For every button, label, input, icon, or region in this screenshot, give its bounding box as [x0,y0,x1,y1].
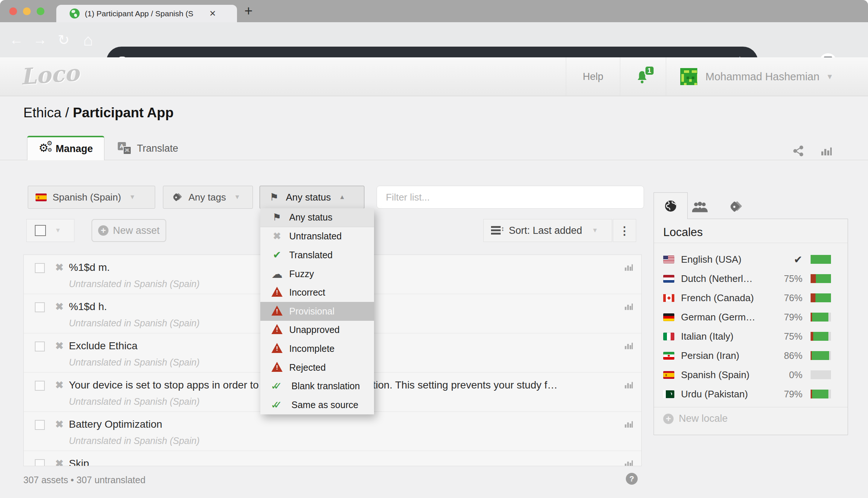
stats-icon[interactable] [820,145,832,157]
progress-bar [811,313,831,322]
new-locale-button[interactable]: + New locale [663,413,728,424]
row-checkbox[interactable] [35,420,45,430]
untranslated-cross-icon: ✖ [55,340,64,352]
forward-icon[interactable]: → [29,22,51,57]
close-window-button[interactable] [9,7,17,15]
status-filter-dropdown[interactable]: ⚑ Any status ▲ [260,186,364,209]
asset-title[interactable]: Battery Optimization [69,418,610,430]
menu-item-blank-translation[interactable]: ✓✓ Blank translation [260,377,374,396]
browser-tab[interactable]: (1) Participant App / Spanish (S ✕ [56,5,237,22]
locale-row[interactable]: French (Canada) 76% [654,288,848,307]
usa-flag-icon [663,256,674,263]
reload-icon[interactable]: ↻ [53,22,75,57]
locale-percent: 79% [774,312,802,323]
tab-close-icon[interactable]: ✕ [209,9,216,18]
status-filter-menu: ⚑ Any status ✖ Untranslated ✔ Translated… [260,208,374,414]
pakistan-flag-icon [663,390,674,398]
home-icon[interactable]: ⌂ [77,22,99,57]
row-stats-icon[interactable] [624,380,633,390]
divider [654,407,848,407]
plus-icon: + [98,225,108,236]
locale-row[interactable]: German (Germ… 79% [654,307,848,327]
menu-item-untranslated[interactable]: ✖ Untranslated [260,227,374,246]
untranslated-cross-icon: ✖ [55,301,64,313]
share-icon[interactable] [792,145,804,157]
user-menu[interactable]: Mohammad Hashemian ▼ [666,57,868,96]
menu-item-provisional[interactable]: Provisional [260,302,374,321]
warning-icon [271,324,283,336]
help-menu[interactable]: Help [566,57,620,96]
progress-bar [811,255,831,264]
sidebar-tab-locales[interactable] [654,192,688,219]
row-stats-icon[interactable] [624,302,633,311]
tags-filter-label: Any tags [188,192,226,203]
locale-row[interactable]: Italian (Italy) 75% [654,327,848,346]
sidebar-tab-people-icon[interactable] [691,200,709,215]
select-all-checkbox[interactable] [35,225,46,236]
asset-subtitle: Untranslated in Spanish (Spain) [69,279,200,289]
tab-translate[interactable]: AЖ Translate [108,137,188,160]
tab-manage[interactable]: ⚙⚙⚙ Manage [27,136,104,160]
zoom-window-button[interactable] [37,7,44,15]
menu-item-translated[interactable]: ✔ Translated [260,246,374,265]
menu-item-same-as-source[interactable]: ✓✓ Same as source [260,396,374,414]
locale-filter-dropdown[interactable]: Spanish (Spain) ▼ [28,186,155,209]
row-stats-icon[interactable] [624,341,633,350]
user-menu-caret-icon: ▼ [826,73,834,81]
cross-icon: ✖ [271,231,283,242]
row-stats-icon[interactable] [624,262,633,272]
row-checkbox[interactable] [35,459,45,466]
row-checkbox[interactable] [35,263,45,273]
row-checkbox[interactable] [35,381,45,391]
chevron-down-icon: ▼ [592,227,598,234]
asset-row[interactable]: ✖ Skip Untranslated in Spanish (Spain) [24,451,641,466]
breadcrumb-project[interactable]: Ethica / [23,105,73,120]
menu-item-incorrect[interactable]: Incorrect [260,283,374,302]
sort-dropdown[interactable]: Sort: Last added ▼ [483,219,612,242]
back-icon[interactable]: ← [5,22,27,57]
help-question-icon[interactable]: ? [626,473,638,485]
complete-check-icon: ✔ [774,253,802,266]
italy-flag-icon [663,333,674,340]
minimize-window-button[interactable] [23,7,31,15]
loco-logo[interactable]: Loco [20,60,80,90]
locale-percent: 86% [774,350,802,361]
menu-item-any-status[interactable]: ⚑ Any status [260,208,374,227]
filter-list-input[interactable] [377,186,644,209]
asset-count-summary: 307 assets • 307 untranslated [23,475,146,485]
row-stats-icon[interactable] [624,458,633,466]
divider [654,243,848,243]
menu-item-incomplete[interactable]: Incomplete [260,339,374,358]
notification-badge: 1 [644,65,655,76]
iran-flag-icon [663,352,674,360]
notifications-button[interactable]: 1 [620,57,666,96]
warning-icon [271,362,283,373]
tags-filter-dropdown[interactable]: Any tags ▼ [163,186,253,209]
locale-row[interactable]: Persian (Iran) 86% [654,346,848,365]
locale-row[interactable]: Dutch (Netherl… 75% [654,269,848,288]
asset-subtitle: Untranslated in Spanish (Spain) [69,318,200,329]
locale-row[interactable]: Spanish (Spain) 0% [654,365,848,384]
menu-item-rejected[interactable]: Rejected [260,358,374,377]
tag-icon [171,192,183,203]
germany-flag-icon [663,313,674,321]
asset-row[interactable]: ✖ Battery Optimization Untranslated in S… [24,412,641,451]
user-avatar [680,68,697,85]
new-asset-button[interactable]: + New asset [91,219,166,242]
asset-title[interactable]: Skip [69,458,610,466]
row-checkbox[interactable] [35,302,45,312]
list-options-kebab-button[interactable]: ⋮ [613,219,636,242]
row-checkbox[interactable] [35,341,45,351]
locale-row[interactable]: Urdu (Pakistan) 79% [654,384,848,404]
select-all-dropdown[interactable]: ▼ [26,219,74,242]
chevron-down-icon: ▼ [234,194,240,201]
menu-item-fuzzy[interactable]: ☁ Fuzzy [260,265,374,283]
canada-flag-icon [663,294,674,302]
new-tab-button[interactable]: + [244,3,253,19]
menu-item-unapproved[interactable]: Unapproved [260,321,374,340]
globe-icon [664,199,677,213]
locale-row[interactable]: English (USA) ✔ [654,250,848,269]
asset-subtitle: Untranslated in Spanish (Spain) [69,435,200,446]
row-stats-icon[interactable] [624,419,633,429]
progress-bar [811,351,831,360]
